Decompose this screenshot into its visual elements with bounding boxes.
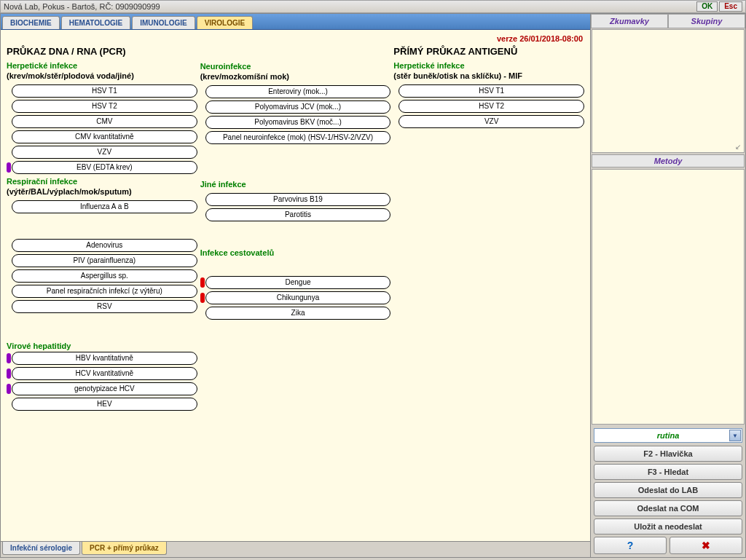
window-title: Nová Lab, Pokus - Bartoš, RČ: 0909090999 bbox=[4, 2, 160, 11]
test-option[interactable]: Polyomavirus JCV (mok...) bbox=[205, 100, 391, 114]
test-option[interactable]: HSV T2 bbox=[12, 100, 197, 113]
tube-marker-icon bbox=[7, 162, 11, 173]
version-label: verze 26/01/2018-08:00 bbox=[497, 34, 583, 43]
bottom-tab[interactable]: Infekční sérologie bbox=[2, 542, 80, 555]
bottom-tab[interactable]: PCR + přímý průkaz bbox=[82, 542, 167, 555]
test-option[interactable]: PIV (parainfluenza) bbox=[12, 254, 197, 267]
action-button[interactable]: Uložit a neodeslat bbox=[594, 518, 742, 535]
metody-header[interactable]: Metody bbox=[592, 154, 745, 167]
test-option[interactable]: Adenovirus bbox=[12, 239, 197, 252]
bottom-tabbar: Infekční sérologiePCR + přímý průkaz bbox=[1, 541, 590, 557]
titlebar: Nová Lab, Pokus - Bartoš, RČ: 0909090999… bbox=[0, 0, 746, 13]
group-heading: Jiné infekce bbox=[200, 180, 391, 189]
test-option[interactable]: genotypizace HCV bbox=[12, 382, 197, 395]
test-option[interactable]: HBV kvantitativně bbox=[12, 352, 197, 365]
tube-marker-icon bbox=[200, 293, 205, 303]
tab-hematologie[interactable]: HEMATOLOGIE bbox=[61, 16, 131, 29]
tube-marker-icon bbox=[7, 368, 11, 379]
tube-marker-icon bbox=[7, 353, 11, 363]
test-option[interactable]: CMV bbox=[12, 115, 197, 128]
test-option[interactable]: HSV T1 bbox=[398, 84, 584, 98]
dropdown-value: rutina bbox=[657, 431, 680, 440]
test-option[interactable]: RSV bbox=[12, 300, 197, 313]
resize-icon[interactable]: ↙ bbox=[735, 143, 741, 151]
group-subheading: (krev/mozkomíšní mok) bbox=[200, 72, 391, 81]
esc-button[interactable]: Esc bbox=[719, 1, 742, 12]
tab-virologie[interactable]: VIROLOGIE bbox=[197, 16, 254, 29]
action-button[interactable]: F3 - Hledat bbox=[594, 464, 742, 480]
tab-biochemie[interactable]: BIOCHEMIE bbox=[2, 16, 60, 29]
metody-panel bbox=[592, 169, 745, 425]
content-area: verze 26/01/2018-08:00 PRŮKAZ DNA / RNA … bbox=[1, 30, 590, 541]
group-subheading: (krev/mok/stěr/plodová voda/jiné) bbox=[7, 71, 197, 80]
test-option[interactable]: Influenza A a B bbox=[12, 200, 197, 213]
zkumavky-panel: ↙ bbox=[592, 29, 745, 153]
test-option[interactable]: HEV bbox=[12, 398, 197, 411]
test-option[interactable]: Aspergillus sp. bbox=[12, 269, 197, 283]
test-option[interactable]: Dengue bbox=[205, 276, 391, 289]
top-tabbar: BIOCHEMIEHEMATOLOGIEIMUNOLOGIEVIROLOGIE bbox=[1, 14, 590, 30]
test-option[interactable]: Polyomavirus BKV (moč...) bbox=[205, 116, 391, 129]
test-option[interactable]: VZV bbox=[12, 146, 197, 159]
test-option[interactable]: HSV T1 bbox=[12, 84, 197, 98]
group-heading: Herpetické infekce bbox=[7, 61, 197, 70]
test-option[interactable]: Enteroviry (mok...) bbox=[205, 85, 391, 98]
test-option[interactable]: HSV T2 bbox=[398, 100, 584, 113]
ok-button[interactable]: OK bbox=[696, 1, 718, 12]
help-button[interactable]: ? bbox=[594, 537, 667, 554]
group-subheading: (výtěr/BAL/výplach/mok/sputum) bbox=[7, 187, 197, 196]
group-heading: Respirační infekce bbox=[7, 177, 197, 186]
action-button[interactable]: Odeslat na COM bbox=[594, 500, 742, 516]
section-title: PŘÍMÝ PRŮKAZ ANTIGENŮ bbox=[393, 46, 584, 57]
group-heading: Herpetické infekce bbox=[393, 61, 584, 70]
routine-dropdown[interactable]: rutina ▼ bbox=[594, 428, 742, 443]
action-button[interactable]: F2 - Hlavička bbox=[594, 446, 742, 462]
test-option[interactable]: Panel respiračních infekcí (z výtěru) bbox=[12, 285, 197, 298]
tube-marker-icon bbox=[200, 277, 205, 288]
test-option[interactable]: Parotitis bbox=[205, 208, 391, 221]
test-option[interactable]: Parvovirus B19 bbox=[205, 193, 391, 206]
group-heading: Neuroinfekce bbox=[200, 62, 391, 71]
test-option[interactable]: VZV bbox=[398, 115, 584, 128]
section-title: PRŮKAZ DNA / RNA (PCR) bbox=[7, 46, 197, 57]
skupiny-header[interactable]: Skupiny bbox=[668, 14, 745, 28]
test-option[interactable]: EBV (EDTA krev) bbox=[12, 161, 197, 174]
group-heading: Virové hepatitidy bbox=[7, 342, 197, 350]
group-heading: Infekce cestovatelů bbox=[200, 248, 391, 257]
test-option[interactable]: Zika bbox=[205, 307, 391, 320]
group-subheading: (stěr buněk/otisk na sklíčku) - MIF bbox=[393, 71, 584, 80]
close-button[interactable]: ✖ bbox=[670, 537, 742, 554]
test-option[interactable]: CMV kvantitativně bbox=[12, 130, 197, 143]
zkumavky-header[interactable]: Zkumavky bbox=[591, 14, 668, 28]
test-option[interactable]: HCV kvantitativně bbox=[12, 367, 197, 380]
tab-imunologie[interactable]: IMUNOLOGIE bbox=[132, 16, 195, 29]
test-option[interactable]: Panel neuroinfekce (mok) (HSV-1/HSV-2/VZ… bbox=[205, 131, 391, 144]
action-button[interactable]: Odeslat do LAB bbox=[594, 482, 742, 498]
test-option[interactable]: Chikungunya bbox=[205, 291, 391, 304]
chevron-down-icon[interactable]: ▼ bbox=[729, 430, 741, 441]
tube-marker-icon bbox=[7, 384, 11, 394]
